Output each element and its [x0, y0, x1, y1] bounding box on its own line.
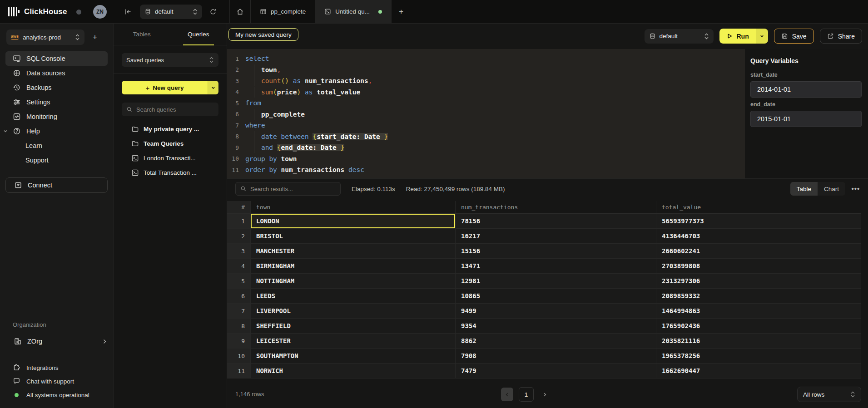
saved-query-chip[interactable]: My new saved query	[228, 28, 298, 41]
cell-town[interactable]: LEEDS	[251, 289, 456, 304]
new-query-button[interactable]: + New query	[122, 81, 218, 94]
list-item[interactable]: Team Queries	[114, 136, 227, 151]
prev-page-button[interactable]	[501, 388, 513, 401]
cell-total-value[interactable]: 1464994863	[656, 304, 861, 319]
cell-total-value[interactable]: 2703899808	[656, 259, 861, 274]
view-table-button[interactable]: Table	[790, 182, 818, 196]
database-select[interactable]: default	[140, 5, 202, 19]
run-database-select[interactable]: default	[645, 29, 714, 44]
cell-num-transactions[interactable]: 8862	[456, 334, 656, 349]
cell-total-value[interactable]: 1765902436	[656, 319, 861, 334]
row-index: 8	[227, 319, 251, 334]
cell-town[interactable]: NOTTINGHAM	[251, 274, 456, 289]
current-page[interactable]: 1	[519, 387, 534, 402]
cell-town[interactable]: MANCHESTER	[251, 244, 456, 259]
avatar[interactable]: ZN	[93, 5, 107, 19]
cell-num-transactions[interactable]: 16217	[456, 229, 656, 244]
new-query-dropdown[interactable]	[208, 81, 218, 94]
cell-total-value[interactable]: 1965378256	[656, 349, 861, 364]
service-select[interactable]: aws analytics-prod	[6, 29, 84, 45]
save-button[interactable]: Save	[774, 29, 814, 44]
code-line[interactable]: 6 pp_complete	[227, 109, 745, 120]
column-header-town[interactable]: town	[251, 201, 456, 214]
sidebar-item-backups[interactable]: Backups	[5, 80, 108, 95]
cell-town[interactable]: LONDON	[251, 214, 456, 229]
run-button[interactable]: Run	[719, 29, 768, 44]
cell-num-transactions[interactable]: 10865	[456, 289, 656, 304]
end-date-input[interactable]	[750, 111, 862, 127]
cell-total-value[interactable]: 56593977373	[656, 214, 861, 229]
code-line[interactable]: 11order by num_transactions desc	[227, 164, 745, 176]
tab-untitled-query[interactable]: Untitled qu...	[315, 0, 392, 23]
cell-num-transactions[interactable]: 13471	[456, 259, 656, 274]
cell-num-transactions[interactable]: 12981	[456, 274, 656, 289]
cell-total-value[interactable]: 2313297306	[656, 274, 861, 289]
start-date-input[interactable]	[750, 81, 862, 98]
cell-town[interactable]: SHEFFIELD	[251, 319, 456, 334]
code-line[interactable]: 4 sum(price) as total_value	[227, 87, 745, 98]
cell-num-transactions[interactable]: 15156	[456, 244, 656, 259]
code-line[interactable]: 10group by town	[227, 153, 745, 165]
sql-editor[interactable]: 1select2 town,3 count() as num_transacti…	[227, 49, 745, 178]
tab-queries[interactable]: Queries	[170, 24, 227, 45]
cell-town[interactable]: LEICESTER	[251, 334, 456, 349]
collapse-sidebar-icon[interactable]	[120, 8, 136, 16]
sidebar-item-support[interactable]: Support	[5, 153, 108, 167]
connect-button[interactable]: Connect	[5, 177, 108, 193]
cell-num-transactions[interactable]: 7908	[456, 349, 656, 364]
search-results-input[interactable]	[250, 186, 336, 192]
cell-num-transactions[interactable]: 7479	[456, 364, 656, 379]
code-line[interactable]: 7where	[227, 120, 745, 131]
cell-total-value[interactable]: 1662690447	[656, 364, 861, 379]
sidebar-item-help[interactable]: Help	[5, 124, 108, 138]
refresh-icon[interactable]	[202, 8, 224, 15]
add-service-button[interactable]: +	[88, 30, 102, 44]
column-header-total-value[interactable]: total_value	[656, 201, 861, 214]
cell-num-transactions[interactable]: 9354	[456, 319, 656, 334]
cell-total-value[interactable]: 2089859332	[656, 289, 861, 304]
saved-queries-select[interactable]: Saved queries	[122, 53, 218, 67]
cell-town[interactable]: BIRMINGHAM	[251, 259, 456, 274]
list-item[interactable]: Total Transaction ...	[114, 165, 227, 180]
chat-support-link[interactable]: Chat with support	[0, 374, 113, 388]
system-status[interactable]: All systems operational	[0, 388, 113, 402]
cell-town[interactable]: BRISTOL	[251, 229, 456, 244]
cell-num-transactions[interactable]: 9499	[456, 304, 656, 319]
tab-tables[interactable]: Tables	[114, 24, 170, 45]
sidebar-item-monitoring[interactable]: Monitoring	[5, 109, 108, 124]
sidebar-item-data-sources[interactable]: Data sources	[5, 66, 108, 80]
run-options-dropdown[interactable]	[756, 29, 768, 44]
cell-total-value[interactable]: 4136446703	[656, 229, 861, 244]
sidebar-item-settings[interactable]: Settings	[5, 95, 108, 109]
list-item[interactable]: My private query ...	[114, 122, 227, 136]
code-line[interactable]: 5from	[227, 98, 745, 109]
cell-town[interactable]: NORWICH	[251, 364, 456, 379]
add-tab-button[interactable]: +	[392, 0, 411, 23]
tab-pp-complete[interactable]: pp_complete	[251, 0, 315, 23]
home-icon[interactable]	[230, 0, 251, 23]
chevron-down-icon[interactable]	[3, 128, 8, 134]
cell-total-value[interactable]: 2035821116	[656, 334, 861, 349]
organization-item[interactable]: ZOrg	[5, 334, 108, 349]
search-queries-input[interactable]	[136, 106, 214, 113]
integrations-link[interactable]: Integrations	[0, 361, 113, 374]
code-line[interactable]: 1select	[227, 53, 745, 64]
sidebar-item-learn[interactable]: Learn	[5, 138, 108, 153]
list-item[interactable]: London Transacti...	[114, 151, 227, 165]
share-button[interactable]: Share	[820, 29, 862, 44]
more-options-icon[interactable]: •••	[850, 182, 862, 194]
cell-num-transactions[interactable]: 78156	[456, 214, 656, 229]
sidebar-item-sql-console[interactable]: SQL Console	[5, 51, 108, 66]
code-line[interactable]: 2 town,	[227, 64, 745, 76]
view-chart-button[interactable]: Chart	[818, 182, 845, 196]
code-line[interactable]: 3 count() as num_transactions,	[227, 75, 745, 87]
cell-total-value[interactable]: 2660602241	[656, 244, 861, 259]
code-line[interactable]: 8 date between {start_date: Date }	[227, 131, 745, 143]
page-size-select[interactable]: All rows	[797, 387, 861, 402]
next-page-button[interactable]	[539, 388, 550, 401]
column-header-index[interactable]: #	[227, 201, 251, 214]
code-line[interactable]: 9 and {end_date: Date }	[227, 142, 745, 153]
column-header-num-transactions[interactable]: num_transactions	[456, 201, 656, 214]
cell-town[interactable]: LIVERPOOL	[251, 304, 456, 319]
cell-town[interactable]: SOUTHAMPTON	[251, 349, 456, 364]
